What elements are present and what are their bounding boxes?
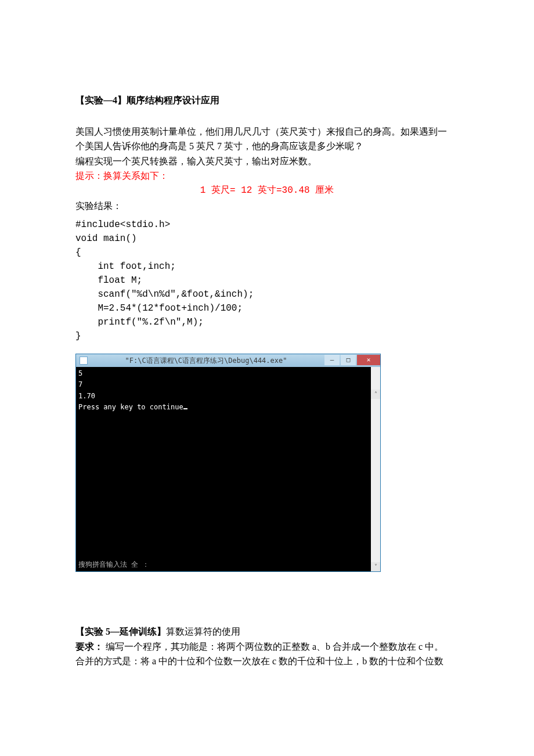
console-title: "F:\C语言课程\C语言程序练习\Debug\444.exe": [88, 355, 324, 366]
scroll-up-icon[interactable]: ˄: [371, 390, 380, 399]
exp4-code: #include<stdio.h> void main() { int foot…: [75, 218, 459, 343]
exp5-req-line1: 要求： 编写一个程序，其功能是：将两个两位数的正整数 a、b 合并成一个整数放在…: [75, 639, 459, 654]
scroll-down-icon[interactable]: ˅: [371, 562, 380, 571]
exp5-req-text1: 编写一个程序，其功能是：将两个两位数的正整数 a、b 合并成一个整数放在 c 中…: [103, 642, 443, 651]
exp5-heading: 【实验 5—延伸训练】: [75, 627, 166, 636]
close-button[interactable]: ✕: [357, 355, 380, 365]
exp4-para1: 美国人习惯使用英制计量单位，他们用几尺几寸（英尺英寸）来报自己的身高。如果遇到一: [75, 124, 459, 139]
exp5-req-line2: 合并的方式是：将 a 中的十位和个位数一次放在 c 数的千位和十位上，b 数的十…: [75, 654, 459, 669]
console-titlebar[interactable]: "F:\C语言课程\C语言程序练习\Debug\444.exe" — □ ✕: [76, 354, 380, 367]
cursor-icon: [183, 408, 187, 409]
exp4-para2: 个美国人告诉你他的身高是 5 英尺 7 英寸，他的身高应该是多少米呢？: [75, 139, 459, 154]
console-body[interactable]: 5 7 1.70 Press any key to continue 搜狗拼音输…: [76, 367, 380, 571]
exp5-req-label: 要求：: [75, 642, 103, 651]
maximize-button[interactable]: □: [341, 355, 356, 365]
console-window: "F:\C语言课程\C语言程序练习\Debug\444.exe" — □ ✕ 5…: [75, 354, 381, 572]
window-controls: — □ ✕: [324, 354, 380, 367]
ime-status: 搜狗拼音输入法 全 ：: [78, 559, 149, 570]
exp4-hint: 提示：换算关系如下：: [75, 168, 459, 183]
exp4-result-label: 实验结果：: [75, 199, 459, 214]
exp4-heading: 【实验—4】顺序结构程序设计应用: [75, 93, 459, 108]
vertical-scrollbar[interactable]: ˄ ˅: [371, 367, 380, 571]
app-icon: [80, 357, 88, 365]
document-page: 【实验—4】顺序结构程序设计应用 美国人习惯使用英制计量单位，他们用几尺几寸（英…: [0, 0, 534, 715]
exp4-para3: 编程实现一个英尺转换器，输入英尺英寸，输出对应米数。: [75, 154, 459, 169]
exp5-heading-line: 【实验 5—延伸训练】算数运算符的使用: [75, 624, 459, 639]
minimize-button[interactable]: —: [324, 355, 340, 365]
exp5-heading-rest: 算数运算符的使用: [166, 627, 240, 636]
exp4-formula: 1 英尺= 12 英寸=30.48 厘米: [75, 183, 459, 199]
console-output: 5 7 1.70 Press any key to continue: [78, 369, 183, 411]
